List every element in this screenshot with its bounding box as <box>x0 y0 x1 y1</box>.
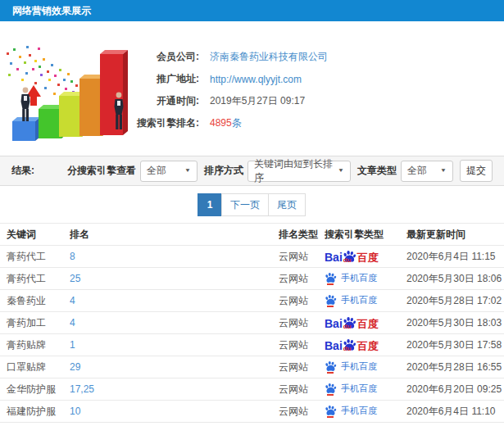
updated-cell: 2020年6月4日 11:10 <box>403 401 504 423</box>
company-label: 会员公司: <box>135 50 199 64</box>
updated-cell: 2020年6月4日 11:15 <box>403 246 504 268</box>
table-row: 福建防护服 10 云网站 Bai du <box>0 401 504 423</box>
table-row: Bai du 百度 <box>0 423 504 426</box>
header-rank: 排名 <box>70 224 279 246</box>
updated-cell: 2020年6月20日 09:25 <box>403 378 504 401</box>
updated-cell: 2020年5月30日 18:03 <box>403 312 504 334</box>
open-time-value: 2019年5月27日 09:17 <box>210 94 305 108</box>
rank-type-cell: 云网站 <box>279 356 325 378</box>
rank-type-cell: 云网站 <box>279 268 325 290</box>
rank-type-cell <box>279 423 325 426</box>
mobile-baidu-paw-icon <box>325 272 337 283</box>
ranking-count-unit: 条 <box>232 117 242 129</box>
info-row-url: 推广地址: http://www.qlyyjt.com <box>135 68 328 90</box>
mobile-baidu-paw-icon <box>325 405 337 416</box>
info-row-ranking-count: 搜索引擎排名: 4895条 <box>135 112 328 134</box>
businessman-left <box>21 88 30 121</box>
pagination: 1 下一页 尾页 <box>198 193 306 216</box>
table-row: 膏药贴牌 1 云网站 Bai du <box>0 334 504 356</box>
table-row: 口罩贴牌 29 云网站 Bai du <box>0 356 504 378</box>
keyword-cell: 膏药加工 <box>0 312 70 334</box>
header-updated: 最新更新时间 <box>403 224 504 246</box>
results-table: 关键词 排名 排名类型 搜索引擎类型 最新更新时间 膏药代工 8 云网站 Bai <box>0 223 504 426</box>
article-type-label: 文章类型 <box>357 164 397 178</box>
rank-type-cell: 云网站 <box>279 312 325 334</box>
rank-type-cell: 云网站 <box>279 290 325 312</box>
next-page-button[interactable]: 下一页 <box>221 193 269 216</box>
baidu-logo: Bai du 百度 <box>325 316 379 329</box>
rank-link[interactable]: 25 <box>70 273 80 284</box>
rank-type-cell: 云网站 <box>279 401 325 423</box>
updated-cell: 2020年5月28日 17:02 <box>403 290 504 312</box>
last-page-button[interactable]: 尾页 <box>268 193 306 216</box>
company-link[interactable]: 济南秦鲁药业科技有限公司 <box>210 51 328 62</box>
mobile-baidu-logo: 手机百度 <box>325 360 377 374</box>
result-label: 结果: <box>11 164 34 178</box>
sort-filter-label: 排序方式 <box>204 164 243 178</box>
chevron-down-icon: ▼ <box>338 168 344 174</box>
table-row: 膏药代工 25 云网站 Bai du <box>0 268 504 290</box>
rank-type-cell: 云网站 <box>279 334 325 356</box>
baidu-logo: Bai du 百度 <box>325 250 379 263</box>
page-title: 网络营销效果展示 <box>0 0 504 21</box>
engine-filter-value: 全部 <box>147 164 166 178</box>
ranking-count-label: 搜索引擎排名: <box>135 116 199 130</box>
mobile-baidu-logo: 手机百度 <box>325 294 377 307</box>
engine-filter-select[interactable]: 全部 ▼ <box>140 161 198 182</box>
keyword-cell: 口罩贴牌 <box>0 356 70 378</box>
article-type-select[interactable]: 全部 ▼ <box>401 161 453 182</box>
keyword-cell <box>0 423 70 426</box>
filter-controls: 分搜索引擎查看 全部 ▼ 排序方式 关键词由短到长排序 ▼ 文章类型 全部 ▼ … <box>61 160 493 182</box>
mobile-baidu-paw-icon <box>325 294 337 306</box>
mobile-baidu-logo: 手机百度 <box>325 405 377 418</box>
info-section: 会员公司: 济南秦鲁药业科技有限公司 推广地址: http://www.qlyy… <box>0 21 504 156</box>
open-time-label: 开通时间: <box>135 94 199 108</box>
table-row: 膏药加工 4 云网站 Bai du <box>0 312 504 334</box>
rank-link[interactable]: 4 <box>70 295 75 306</box>
header-rank-type: 排名类型 <box>279 224 325 246</box>
article-type-value: 全部 <box>407 164 427 178</box>
updated-cell: 2020年5月30日 17:58 <box>403 334 504 356</box>
rank-link[interactable]: 10 <box>70 406 80 417</box>
page-1-button[interactable]: 1 <box>198 193 222 216</box>
mobile-baidu-logo: 手机百度 <box>325 272 377 285</box>
table-row: 金华防护服 17,25 云网站 Bai du <box>0 378 504 401</box>
rank-link[interactable]: 1 <box>70 339 75 351</box>
table-header-row: 关键词 排名 排名类型 搜索引擎类型 最新更新时间 <box>0 224 504 246</box>
rank-link[interactable]: 8 <box>70 251 75 262</box>
keyword-cell: 福建防护服 <box>0 401 70 423</box>
baidu-logo: Bai du 百度 <box>325 338 379 351</box>
bar-chart-growth-clipart <box>2 23 141 147</box>
mobile-baidu-paw-icon <box>325 360 337 372</box>
keyword-cell: 膏药贴牌 <box>0 334 70 356</box>
header-engine-type: 搜索引擎类型 <box>325 224 403 246</box>
sort-filter-select[interactable]: 关键词由短到长排序 ▼ <box>247 161 351 182</box>
chevron-down-icon: ▼ <box>440 168 447 174</box>
rank-link[interactable]: 17,25 <box>70 383 94 395</box>
mobile-baidu-logo: 手机百度 <box>325 383 377 396</box>
keyword-cell: 膏药代工 <box>0 268 70 290</box>
filter-bar: 结果: 分搜索引擎查看 全部 ▼ 排序方式 关键词由短到长排序 ▼ 文章类型 全… <box>0 156 504 186</box>
company-info: 会员公司: 济南秦鲁药业科技有限公司 推广地址: http://www.qlyy… <box>135 46 328 134</box>
updated-cell: 2020年5月30日 18:06 <box>403 268 504 290</box>
results-table-body: 膏药代工 8 云网站 Bai du <box>0 246 504 426</box>
header-keyword: 关键词 <box>0 224 70 246</box>
updated-cell: 2020年5月28日 16:55 <box>403 356 504 378</box>
rank-link[interactable]: 4 <box>70 317 75 329</box>
pagination-area: 1 下一页 尾页 <box>0 186 504 223</box>
engine-filter-label: 分搜索引擎查看 <box>67 164 136 178</box>
rank-link[interactable]: 29 <box>70 361 80 373</box>
promo-url-link[interactable]: http://www.qlyyjt.com <box>210 74 302 85</box>
table-row: 膏药代工 8 云网站 Bai du <box>0 246 504 268</box>
keyword-cell: 膏药代工 <box>0 246 70 268</box>
table-row: 秦鲁药业 4 云网站 Bai du <box>0 290 504 312</box>
submit-button[interactable]: 提交 <box>460 160 493 182</box>
info-row-company: 会员公司: 济南秦鲁药业科技有限公司 <box>135 46 328 68</box>
mobile-baidu-paw-icon <box>325 383 337 394</box>
confetti-icon <box>7 46 78 95</box>
keyword-cell: 金华防护服 <box>0 378 70 401</box>
bar-red <box>100 50 128 135</box>
rank-type-cell: 云网站 <box>279 378 325 401</box>
info-row-open-time: 开通时间: 2019年5月27日 09:17 <box>135 90 328 112</box>
rank-type-cell: 云网站 <box>279 246 325 268</box>
